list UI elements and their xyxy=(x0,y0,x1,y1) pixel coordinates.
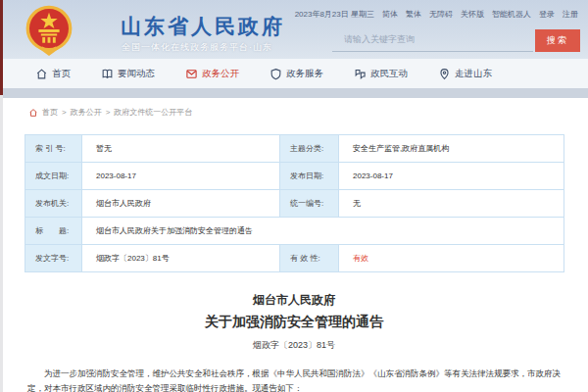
nav-label: 政务公开 xyxy=(202,68,239,80)
document-meta-table: 索 引 号: 暂无 主题分类: 安全生产监管,政府直属机构 成文日期: 2023… xyxy=(24,134,564,272)
meta-label-validity: 有 效 性: xyxy=(280,245,339,272)
nav-item-about-shandong[interactable]: 走进山东 xyxy=(438,68,492,80)
meta-value-validity: 有效 xyxy=(339,245,564,272)
meta-value-publish-org: 烟台市人民政府 xyxy=(82,190,280,218)
link-login[interactable]: 登录 xyxy=(539,9,555,20)
breadcrumb-current: 政府文件统一公开平台 xyxy=(114,107,192,118)
site-header: 山东省人民政府 全国一体化在线政务服务平台·山东 2023年8月23日 星期三 … xyxy=(0,0,588,59)
document-number-line: 烟政字〔2023〕81号 xyxy=(0,339,588,352)
meta-label-title: 标 题: xyxy=(25,218,82,245)
main-nav: 首页 要闻动态 政务公开 政务服务 政民互动 走进山东 xyxy=(0,59,588,88)
window-left-edge xyxy=(0,0,3,392)
table-row: 索 引 号: 暂无 主题分类: 安全生产监管,政府直属机构 xyxy=(25,135,564,163)
nav-item-interaction[interactable]: 政民互动 xyxy=(354,68,408,80)
meta-value-doc-number: 烟政字〔2023〕81号 xyxy=(82,245,280,272)
shield-icon xyxy=(270,68,282,80)
breadcrumb-gov-info[interactable]: 政务公开 xyxy=(71,107,102,118)
document-heading: 烟台市人民政府 关于加强消防安全管理的通告 烟政字〔2023〕81号 xyxy=(0,292,588,352)
meta-label-publish-date: 发布日期: xyxy=(280,163,339,190)
nav-label: 政民互动 xyxy=(370,68,408,80)
nav-item-gov-info[interactable]: 政务公开 xyxy=(185,68,239,80)
link-traditional[interactable]: 繁体 xyxy=(406,9,421,20)
nav-item-gov-services[interactable]: 政务服务 xyxy=(270,68,323,80)
nav-label: 要闻动态 xyxy=(118,68,155,80)
meta-value-date-written: 2023-08-17 xyxy=(82,163,280,190)
table-row: 发文字号: 烟政字〔2023〕81号 有 效 性: 有效 xyxy=(25,245,564,272)
meta-value-topic-category: 安全生产监管,政府直属机构 xyxy=(339,135,564,163)
nav-item-home[interactable]: 首页 xyxy=(35,68,71,80)
breadcrumb-home-icon[interactable] xyxy=(28,108,38,118)
meta-label-unified-number: 统一编号: xyxy=(280,190,339,218)
table-row: 发布机关: 烟台市人民政府 统一编号: 无 xyxy=(25,190,564,218)
home-icon xyxy=(35,68,48,80)
breadcrumb-separator: > xyxy=(62,108,67,117)
link-register[interactable]: 注册 xyxy=(563,9,578,20)
meta-value-index-number: 暂无 xyxy=(82,135,280,163)
open-book-icon xyxy=(101,68,114,80)
utility-bar: 2023年8月23日 星期三 简体 繁体 无障碍 关怀版 智能机器人 登录 注册 xyxy=(295,9,578,20)
nav-label: 政务服务 xyxy=(286,68,323,80)
search-button[interactable]: 搜索 xyxy=(535,29,580,52)
breadcrumb-home[interactable]: 首页 xyxy=(42,107,58,118)
link-accessibility[interactable]: 无障碍 xyxy=(429,9,453,20)
nav-label: 首页 xyxy=(52,68,71,80)
document-title-line: 关于加强消防安全管理的通告 xyxy=(0,314,588,331)
document-org-line: 烟台市人民政府 xyxy=(0,292,588,309)
table-row: 标 题: 烟台市人民政府关于加强消防安全管理的通告 xyxy=(25,218,564,245)
link-care-mode[interactable]: 关怀版 xyxy=(461,9,484,20)
site-subtitle: 全国一体化在线政务服务平台·山东 xyxy=(122,41,272,54)
meta-label-index-number: 索 引 号: xyxy=(25,135,82,163)
nav-item-news[interactable]: 要闻动态 xyxy=(101,68,155,80)
mail-icon xyxy=(185,68,198,80)
search-input[interactable] xyxy=(332,30,533,52)
meta-value-unified-number: 无 xyxy=(339,190,564,218)
nav-label: 走进山东 xyxy=(455,68,492,80)
link-simplified[interactable]: 简体 xyxy=(382,9,398,20)
table-row: 成文日期: 2023-08-17 发布日期: 2023-08-17 xyxy=(25,163,564,190)
meta-label-publish-org: 发布机关: xyxy=(25,190,82,218)
meta-label-topic-category: 主题分类: xyxy=(280,135,339,163)
search-bar: 搜索 xyxy=(332,29,580,52)
nav-divider-band xyxy=(0,88,588,98)
meta-value-title: 烟台市人民政府关于加强消防安全管理的通告 xyxy=(82,218,564,245)
meta-value-publish-date: 2023-08-17 xyxy=(339,163,564,190)
breadcrumb-separator: > xyxy=(106,108,111,117)
date-text: 2023年8月23日 星期三 xyxy=(295,9,374,20)
chat-bubbles-icon xyxy=(354,68,367,80)
meta-label-date-written: 成文日期: xyxy=(25,163,82,190)
link-smart-robot[interactable]: 智能机器人 xyxy=(492,9,531,20)
meta-label-doc-number: 发文字号: xyxy=(25,245,82,272)
map-pin-icon xyxy=(438,68,451,80)
breadcrumb: 首页 > 政务公开 > 政府文件统一公开平台 xyxy=(28,107,588,118)
national-emblem-icon xyxy=(24,4,74,57)
site-title: 山东省人民政府 xyxy=(121,13,285,40)
document-body-paragraph: 为进一步加强消防安全管理，维护公共安全和社会秩序，根据《中华人民共和国消防法》《… xyxy=(27,367,561,392)
